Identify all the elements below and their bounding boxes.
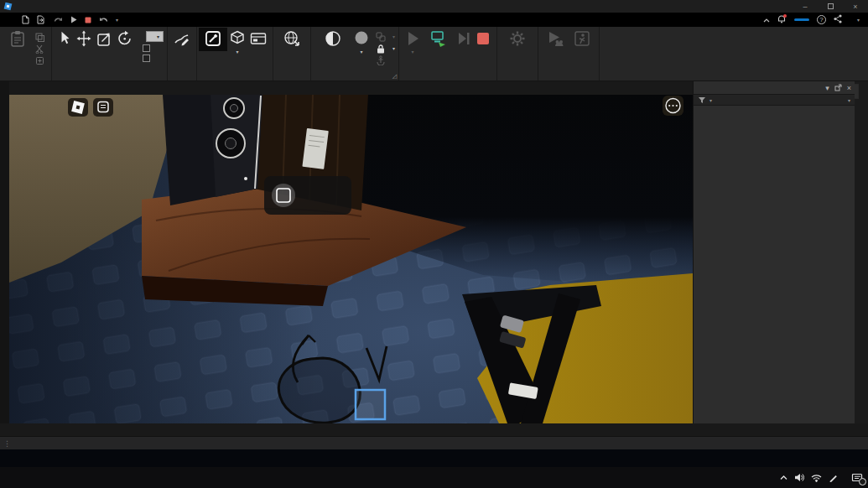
toolbox-button[interactable] <box>202 29 224 49</box>
stop-button[interactable] <box>473 29 493 49</box>
team-test-button[interactable] <box>542 29 569 49</box>
move-tool-button[interactable] <box>74 29 94 49</box>
explorer-dock-icon[interactable] <box>834 84 842 91</box>
yellow-part[interactable] <box>462 273 693 423</box>
maximize-button[interactable] <box>818 0 843 13</box>
explorer-filter[interactable]: ▾ ▾ <box>694 94 855 106</box>
ribbon-group-file <box>273 27 311 80</box>
join-surfaces-checkbox-row[interactable] <box>143 55 164 62</box>
taskbar <box>0 467 868 488</box>
user-dropdown-icon[interactable]: ▾ <box>857 17 860 23</box>
tray-expand-icon[interactable] <box>780 475 787 480</box>
cut-button[interactable] <box>35 44 48 55</box>
close-button[interactable]: × <box>843 0 868 13</box>
anchor-button[interactable] <box>376 55 395 65</box>
explorer-close-icon[interactable]: × <box>847 84 851 92</box>
terrain-editor-button[interactable] <box>171 29 193 49</box>
collisions-checkbox[interactable] <box>143 44 150 52</box>
color-button[interactable]: ▾ <box>351 29 372 55</box>
play-quick-icon[interactable] <box>70 16 77 23</box>
current-client-button[interactable] <box>423 29 455 49</box>
viewport-3d[interactable] <box>9 95 693 423</box>
explorer-panel: ▾ × ▾ ▾ <box>693 81 855 423</box>
experience-menu-button[interactable] <box>663 96 683 116</box>
file-menu[interactable] <box>0 13 15 27</box>
copy-button[interactable] <box>35 32 48 43</box>
interact-prompt <box>264 176 351 215</box>
ribbon-group-settings <box>497 27 538 80</box>
play-button[interactable]: ▾ <box>403 29 423 55</box>
roblox-menu-button[interactable] <box>68 98 88 117</box>
ribbon-group-clipboard <box>0 27 52 80</box>
mode-dropdown[interactable]: ▾ <box>146 31 164 42</box>
rotate-tool-button[interactable] <box>114 29 136 49</box>
network-icon[interactable] <box>811 474 822 482</box>
document-tabs <box>9 81 693 95</box>
select-tool-button[interactable] <box>55 29 74 49</box>
exit-game-button[interactable] <box>569 29 595 49</box>
system-tray <box>780 467 868 488</box>
ribbon-group-edit: ▾ ▾ ▾ ◿ <box>311 27 399 80</box>
duplicate-button[interactable] <box>35 55 48 66</box>
chat-toggle-button[interactable] <box>93 98 113 117</box>
material-manager-button[interactable] <box>314 29 351 49</box>
game-settings-button[interactable] <box>501 29 534 49</box>
paste-button[interactable] <box>3 29 32 49</box>
properties-rail-tab[interactable] <box>855 84 859 99</box>
open-file-icon[interactable] <box>37 15 46 24</box>
redo-icon[interactable] <box>54 16 63 23</box>
command-bar-grip[interactable]: ⋮ <box>0 439 13 448</box>
menu-bar: ▾ ? ▾ <box>0 13 868 27</box>
resume-button[interactable] <box>455 29 473 49</box>
ribbon-group-insert: ▾ <box>197 27 273 80</box>
ribbon-group-team-test <box>538 27 600 80</box>
part-labels <box>356 390 385 419</box>
lock-button[interactable]: ▾ <box>376 43 395 54</box>
explorer-collapse-icon[interactable]: ▾ <box>825 84 829 92</box>
collapse-ribbon-icon[interactable] <box>763 15 770 24</box>
left-dock-rail <box>0 81 9 423</box>
selected-part[interactable] <box>356 390 385 419</box>
right-dock-rail <box>855 81 868 423</box>
desktop-background <box>0 449 868 467</box>
collisions-checkbox-row[interactable] <box>143 44 164 52</box>
edit-dialog-launcher-icon[interactable]: ◿ <box>392 73 397 80</box>
scale-tool-button[interactable] <box>94 29 114 49</box>
ribbon-group-tools: ▾ <box>52 27 168 80</box>
bottom-tab-bar <box>0 423 868 436</box>
explorer-tree <box>694 106 855 107</box>
command-bar[interactable]: ⋮ <box>0 436 868 449</box>
action-center-icon[interactable] <box>851 473 863 483</box>
ribbon-group-test: ▾ <box>399 27 497 80</box>
minimize-button[interactable]: – <box>793 0 818 13</box>
paper-label <box>302 128 328 169</box>
volume-icon[interactable] <box>794 473 804 482</box>
notification-badge <box>859 478 866 485</box>
share-icon[interactable] <box>834 14 842 25</box>
notifications-bell-icon[interactable] <box>777 14 787 25</box>
ribbon: ▾ ▾ <box>0 27 868 81</box>
title-bar: – × <box>0 0 868 13</box>
speaker <box>163 95 262 205</box>
help-icon[interactable]: ? <box>817 15 826 24</box>
filter-icon <box>698 96 706 104</box>
drawn-blob <box>278 358 360 423</box>
join-surfaces-checkbox[interactable] <box>143 55 150 62</box>
group-button[interactable]: ▾ <box>376 31 395 42</box>
part-button[interactable]: ▾ <box>227 29 247 55</box>
import-3d-button[interactable] <box>277 29 307 49</box>
undo-icon[interactable] <box>99 16 108 23</box>
roblox-studio-logo-icon <box>3 2 13 11</box>
quickbar-dropdown-icon[interactable]: ▾ <box>116 17 118 23</box>
new-file-icon[interactable] <box>22 15 29 24</box>
pen-icon[interactable] <box>829 473 838 482</box>
ui-button[interactable] <box>247 29 269 49</box>
ribbon-group-terrain <box>168 27 197 80</box>
stop-quick-icon[interactable] <box>85 17 91 23</box>
collaborate-button[interactable] <box>794 18 809 21</box>
